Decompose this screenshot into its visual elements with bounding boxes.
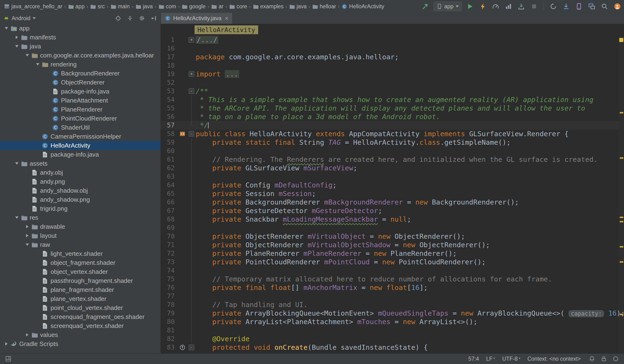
editor-scrollbar[interactable] xyxy=(619,36,624,354)
nav-crumb-helloar[interactable]: helloar xyxy=(312,3,336,10)
warning-stripe-mark[interactable] xyxy=(620,217,623,218)
select-opened-file-button[interactable] xyxy=(114,14,122,22)
line-number[interactable]: 56 xyxy=(161,112,178,121)
line-number[interactable]: 75 xyxy=(161,275,178,283)
tree-expand-arrow[interactable] xyxy=(24,333,30,337)
line-separator-widget[interactable]: LF ▾ xyxy=(486,356,495,362)
tree-expand-arrow[interactable] xyxy=(3,342,9,345)
line-number[interactable]: 63 xyxy=(161,172,178,181)
tree-item-objectrenderer[interactable]: CObjectRenderer xyxy=(0,78,161,87)
warning-stripe-mark[interactable] xyxy=(620,246,623,247)
fold-collapse-icon[interactable]: - xyxy=(189,131,194,137)
tree-item-planerenderer[interactable]: CPlaneRenderer xyxy=(0,105,161,114)
line-number[interactable]: 82 xyxy=(161,335,178,343)
line-number[interactable]: 69 xyxy=(161,224,178,232)
line-number[interactable]: 17 xyxy=(161,53,178,61)
folded-region[interactable]: /.../ xyxy=(196,36,218,44)
code-area[interactable]: 1+/.../1617package com.google.ar.core.ex… xyxy=(161,36,619,354)
notifications-button[interactable] xyxy=(588,355,596,363)
tree-collapse-arrow[interactable] xyxy=(24,243,30,246)
line-number[interactable]: 64 xyxy=(161,181,178,189)
line-number[interactable]: 19 xyxy=(161,70,178,78)
tree-expand-arrow[interactable] xyxy=(24,234,30,237)
tree-item-light-vertex-shader[interactable]: light_vertex.shader xyxy=(0,249,161,258)
tree-item-trigrid-png[interactable]: trigrid.png xyxy=(0,204,161,213)
tree-item-res[interactable]: res xyxy=(0,213,161,222)
warning-stripe-mark[interactable] xyxy=(620,157,623,159)
tree-item-shaderutil[interactable]: CShaderUtil xyxy=(0,123,161,132)
line-number[interactable]: 72 xyxy=(161,249,178,258)
warning-stripe-mark[interactable] xyxy=(620,221,623,222)
line-number[interactable]: 57 xyxy=(161,121,178,130)
line-number[interactable]: 79 xyxy=(161,309,178,317)
nav-crumb-java[interactable]: java xyxy=(135,3,153,10)
tree-item-com-google-ar-core-examples-java-helloar[interactable]: com.google.ar.core.examples.java.helloar xyxy=(0,51,161,60)
tree-collapse-arrow[interactable] xyxy=(3,27,9,29)
tree-item-rendering[interactable]: rendering xyxy=(0,60,161,69)
nav-crumb-core[interactable]: core xyxy=(229,3,247,10)
tree-item-object-fragment-shader[interactable]: object_fragment.shader xyxy=(0,258,161,267)
tree-item-helloaractivity[interactable]: CHelloArActivity xyxy=(0,141,161,150)
line-number[interactable]: 52 xyxy=(161,78,178,87)
tree-item-drawable[interactable]: drawable xyxy=(0,222,161,231)
fold-collapse-icon[interactable]: - xyxy=(189,88,194,94)
line-number[interactable]: 54 xyxy=(161,95,178,104)
nav-crumb-src[interactable]: src xyxy=(90,3,105,10)
line-number[interactable]: 83 xyxy=(161,343,178,352)
tree-item-screenquad-fragment-oes-shader[interactable]: screenquad_fragment_oes.shader xyxy=(0,312,161,321)
line-number[interactable]: 58 xyxy=(161,130,178,138)
line-number[interactable]: 18 xyxy=(161,61,178,70)
tree-item-andy-obj[interactable]: andy.obj xyxy=(0,168,161,177)
warning-stripe-mark[interactable] xyxy=(620,261,623,263)
tree-item-layout[interactable]: layout xyxy=(0,231,161,240)
tree-item-plane-vertex-shader[interactable]: plane_vertex.shader xyxy=(0,294,161,303)
tree-collapse-arrow[interactable] xyxy=(14,162,20,165)
toolwindow-toggle-button[interactable] xyxy=(4,355,12,363)
search-everywhere-button[interactable] xyxy=(600,2,609,11)
run-button[interactable] xyxy=(465,2,475,11)
line-number[interactable]: 73 xyxy=(161,258,178,266)
readonly-lock-button[interactable] xyxy=(600,355,608,363)
tree-item-andy-shadow-png[interactable]: andy_shadow.png xyxy=(0,195,161,204)
fold-collapse-icon[interactable]: - xyxy=(189,344,194,350)
line-number[interactable]: 62 xyxy=(161,164,178,172)
tree-item-andy-shadow-obj[interactable]: andy_shadow.obj xyxy=(0,186,161,195)
tree-collapse-arrow[interactable] xyxy=(14,45,20,48)
tree-item-planeattachment[interactable]: CPlaneAttachment xyxy=(0,96,161,105)
hide-panel-button[interactable] xyxy=(150,14,158,22)
profile-avatar[interactable] xyxy=(613,2,622,11)
fold-expand-icon[interactable]: + xyxy=(189,71,194,77)
nav-crumb-ar[interactable]: ar xyxy=(211,3,223,10)
line-number[interactable]: 55 xyxy=(161,104,178,112)
line-number[interactable]: 74 xyxy=(161,266,178,275)
tab-helloaractivity-java[interactable]: C HelloArActivity.java × xyxy=(161,13,233,24)
line-number[interactable]: 61 xyxy=(161,155,178,164)
line-number[interactable]: 59 xyxy=(161,138,178,147)
attach-debugger-button[interactable] xyxy=(517,2,526,11)
sdk-manager-button[interactable] xyxy=(561,2,571,11)
tree-item-andy-png[interactable]: andy.png xyxy=(0,177,161,186)
nav-crumb-java-arcore-hello-ar[interactable]: java_arcore_hello_ar xyxy=(4,3,62,10)
nav-crumb-examples[interactable]: examples xyxy=(253,3,284,10)
nav-crumb-google[interactable]: google xyxy=(182,3,206,10)
line-number[interactable]: 53 xyxy=(161,87,178,95)
apply-changes-button[interactable] xyxy=(478,2,488,11)
layout-inspector-button[interactable] xyxy=(587,2,597,11)
file-encoding-widget[interactable]: UTF-8 ▾ xyxy=(502,356,520,362)
tree-item-java[interactable]: java xyxy=(0,42,161,51)
code-editor[interactable]: 1+/.../1617package com.google.ar.core.ex… xyxy=(161,36,624,354)
view-settings-button[interactable] xyxy=(138,14,146,22)
nav-crumb-main[interactable]: main xyxy=(110,3,130,10)
line-number[interactable]: 65 xyxy=(161,189,178,198)
capture-analysis-button[interactable] xyxy=(504,2,513,11)
line-number[interactable]: 70 xyxy=(161,232,178,241)
line-number[interactable]: 80 xyxy=(161,317,178,326)
tree-item-object-vertex-shader[interactable]: object_vertex.shader xyxy=(0,267,161,276)
stop-button[interactable] xyxy=(529,2,539,11)
line-number[interactable]: 60 xyxy=(161,147,178,155)
line-number[interactable]: 76 xyxy=(161,283,178,292)
tree-item-plane-fragment-shader[interactable]: plane_fragment.shader xyxy=(0,285,161,294)
warning-stripe-mark[interactable] xyxy=(620,314,623,315)
project-view-selector[interactable]: Android xyxy=(12,15,30,22)
line-number[interactable]: 1 xyxy=(161,36,178,44)
